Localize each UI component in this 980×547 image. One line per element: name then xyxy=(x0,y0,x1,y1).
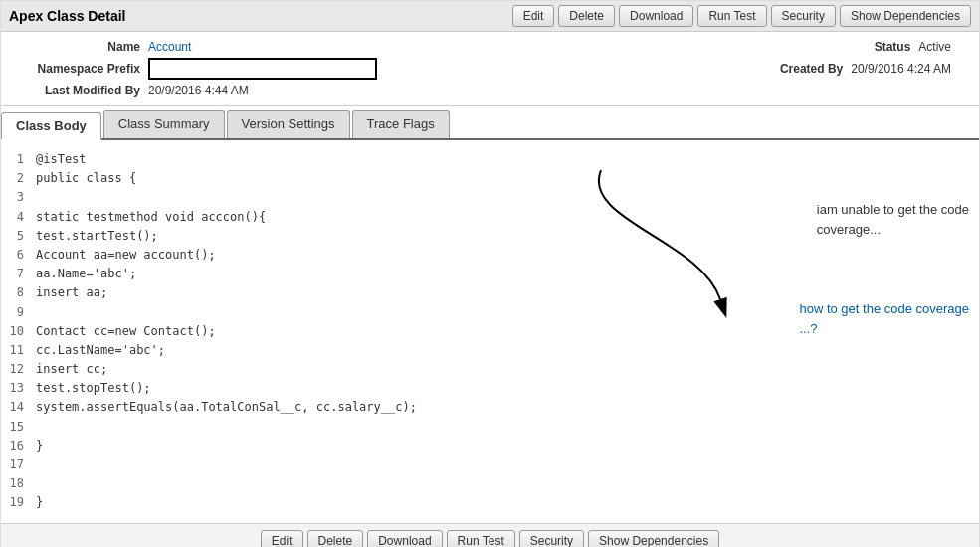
annotation-text-2: how to get the code coverage ...? xyxy=(799,299,969,338)
code-line: 13 test.stopTest(); xyxy=(1,379,700,398)
line-code: insert aa; xyxy=(36,283,107,302)
line-number: 15 xyxy=(1,418,36,437)
code-line: 9 xyxy=(1,303,700,322)
line-code: public class { xyxy=(36,169,136,188)
line-code: static testmethod void acccon(){ xyxy=(36,208,266,227)
header-buttons: Edit Delete Download Run Test Security S… xyxy=(512,5,971,27)
createdby-label: Created By xyxy=(780,62,843,76)
namespace-input[interactable] xyxy=(148,58,377,80)
delete-button-top[interactable]: Delete xyxy=(558,5,615,27)
page-wrapper: Apex Class Detail Edit Delete Download R… xyxy=(0,0,980,547)
annotation-area: iam unable to get the code coverage... h… xyxy=(700,140,979,523)
line-number: 12 xyxy=(1,360,36,379)
line-number: 3 xyxy=(1,188,36,207)
createdby-value: 20/9/2016 4:24 AM xyxy=(851,62,951,76)
info-section: Name Account Status Active Namespace Pre… xyxy=(1,32,979,106)
line-number: 4 xyxy=(1,208,36,227)
line-code: system.assertEquals(aa.TotalConSal__c, c… xyxy=(36,398,417,417)
tab-class-summary[interactable]: Class Summary xyxy=(103,110,225,138)
line-code: aa.Name='abc'; xyxy=(36,265,136,283)
code-line: 10 Contact cc=new Contact(); xyxy=(1,322,700,341)
name-label: Name xyxy=(9,40,148,54)
line-number: 7 xyxy=(1,265,36,283)
line-number: 5 xyxy=(1,227,36,246)
download-button-top[interactable]: Download xyxy=(619,5,693,27)
line-number: 18 xyxy=(1,474,36,493)
download-button-bottom[interactable]: Download xyxy=(367,530,442,547)
code-line: 15 xyxy=(1,418,700,437)
security-button-top[interactable]: Security xyxy=(771,5,836,27)
bottom-bar: Edit Delete Download Run Test Security S… xyxy=(1,523,979,547)
header-bar: Apex Class Detail Edit Delete Download R… xyxy=(1,1,979,32)
tab-class-body[interactable]: Class Body xyxy=(1,112,101,140)
tab-trace-flags[interactable]: Trace Flags xyxy=(352,110,450,138)
code-line: 6 Account aa=new account(); xyxy=(1,246,700,265)
line-number: 17 xyxy=(1,456,36,474)
main-content: 1@isTest2public class {34 static testmet… xyxy=(1,140,979,523)
code-line: 7 aa.Name='abc'; xyxy=(1,265,700,283)
lastmodified-value: 20/9/2016 4:44 AM xyxy=(148,84,249,97)
code-line: 19} xyxy=(1,493,700,512)
status-value: Active xyxy=(918,40,951,54)
line-number: 1 xyxy=(1,150,36,169)
code-line: 11 cc.LastName='abc'; xyxy=(1,341,700,360)
code-area: 1@isTest2public class {34 static testmet… xyxy=(1,140,700,523)
status-row: Status Active xyxy=(875,40,971,54)
line-code: test.stopTest(); xyxy=(36,379,151,398)
line-number: 14 xyxy=(1,398,36,417)
createdby-item: Created By 20/9/2016 4:24 AM xyxy=(780,62,951,76)
line-number: 16 xyxy=(1,437,36,456)
line-code: Account aa=new account(); xyxy=(36,246,216,265)
line-code: } xyxy=(36,437,43,456)
line-number: 10 xyxy=(1,322,36,341)
code-line: 3 xyxy=(1,188,700,207)
code-line: 14 system.assertEquals(aa.TotalConSal__c… xyxy=(1,398,700,417)
lastmodified-row: Last Modified By 20/9/2016 4:44 AM xyxy=(1,82,979,99)
code-line: 2public class { xyxy=(1,169,700,188)
namespace-row: Namespace Prefix Created By 20/9/2016 4:… xyxy=(1,56,979,82)
code-line: 18 xyxy=(1,474,700,493)
tab-version-settings[interactable]: Version Settings xyxy=(227,110,350,138)
line-number: 11 xyxy=(1,341,36,360)
code-line: 16 } xyxy=(1,437,700,456)
line-code: test.startTest(); xyxy=(36,227,158,246)
edit-button-bottom[interactable]: Edit xyxy=(261,530,303,547)
code-line: 5 test.startTest(); xyxy=(1,227,700,246)
line-code: @isTest xyxy=(36,150,87,169)
code-line: 12 insert cc; xyxy=(1,360,700,379)
status-item: Status Active xyxy=(875,40,951,54)
line-code: } xyxy=(36,493,43,512)
name-value: Account xyxy=(148,40,191,54)
name-row: Name Account Status Active xyxy=(1,38,979,56)
show-dependencies-button-bottom[interactable]: Show Dependencies xyxy=(588,530,719,547)
line-number: 19 xyxy=(1,493,36,512)
line-number: 8 xyxy=(1,283,36,302)
line-number: 9 xyxy=(1,303,36,322)
run-test-button-top[interactable]: Run Test xyxy=(697,5,766,27)
security-button-bottom[interactable]: Security xyxy=(519,530,584,547)
delete-button-bottom[interactable]: Delete xyxy=(307,530,364,547)
page-title: Apex Class Detail xyxy=(9,8,126,24)
line-number: 6 xyxy=(1,246,36,265)
line-code: cc.LastName='abc'; xyxy=(36,341,165,360)
run-test-button-bottom[interactable]: Run Test xyxy=(447,530,515,547)
annotation-text-1: iam unable to get the code coverage... xyxy=(817,200,969,239)
tabs-bar: Class Body Class Summary Version Setting… xyxy=(1,110,979,140)
line-number: 2 xyxy=(1,169,36,188)
code-line: 4 static testmethod void acccon(){ xyxy=(1,208,700,227)
edit-button-top[interactable]: Edit xyxy=(512,5,555,27)
line-code: insert cc; xyxy=(36,360,107,379)
status-label: Status xyxy=(875,40,911,54)
show-dependencies-button-top[interactable]: Show Dependencies xyxy=(840,5,971,27)
code-line: 8 insert aa; xyxy=(1,283,700,302)
code-line: 1@isTest xyxy=(1,150,700,169)
lastmodified-label: Last Modified By xyxy=(9,84,148,97)
namespace-label: Namespace Prefix xyxy=(9,62,148,76)
createdby-row: Created By 20/9/2016 4:24 AM xyxy=(780,62,971,76)
code-line: 17 xyxy=(1,456,700,474)
line-code: Contact cc=new Contact(); xyxy=(36,322,216,341)
line-number: 13 xyxy=(1,379,36,398)
